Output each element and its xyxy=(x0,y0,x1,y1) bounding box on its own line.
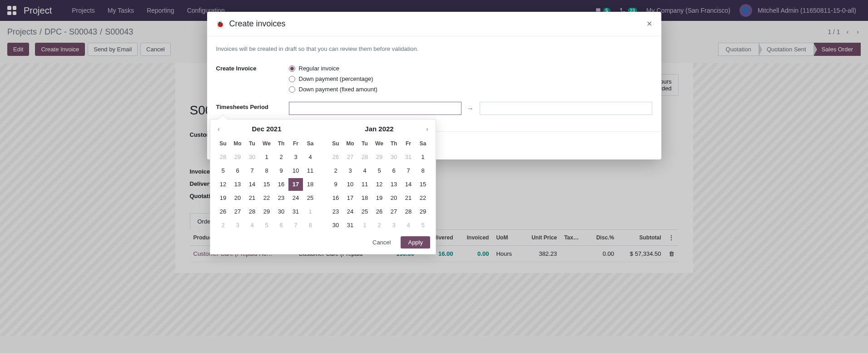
calendar-day[interactable]: 7 xyxy=(245,164,259,177)
calendar-day-other-month[interactable]: 27 xyxy=(343,151,357,164)
calendar-day[interactable]: 11 xyxy=(357,178,372,191)
calendar-day[interactable]: 6 xyxy=(230,164,245,177)
radio-pct-input[interactable] xyxy=(289,76,295,82)
calendar-day[interactable]: 16 xyxy=(328,192,343,204)
calendar-day[interactable]: 9 xyxy=(274,164,288,177)
calendar-day[interactable]: 20 xyxy=(230,192,245,204)
period-from-input[interactable] xyxy=(289,102,461,115)
calendar-day[interactable]: 14 xyxy=(401,178,416,191)
calendar-day[interactable]: 1 xyxy=(259,151,274,164)
calendar-day[interactable]: 18 xyxy=(303,178,317,191)
calendar-day[interactable]: 10 xyxy=(288,164,303,177)
calendar-day-other-month[interactable]: 5 xyxy=(259,219,274,232)
calendar-day-other-month[interactable]: 5 xyxy=(416,219,430,232)
calendar-day[interactable]: 14 xyxy=(245,178,259,191)
calendar-day[interactable]: 17 xyxy=(343,192,357,204)
prev-month-icon[interactable]: ‹ xyxy=(216,124,222,134)
calendar-day-other-month[interactable]: 26 xyxy=(328,151,343,164)
calendar-day[interactable]: 4 xyxy=(303,151,317,164)
calendar-day-other-month[interactable]: 4 xyxy=(401,219,416,232)
calendar-day-other-month[interactable]: 3 xyxy=(230,219,245,232)
calendar-day[interactable]: 29 xyxy=(416,205,430,218)
calendar-day-other-month[interactable]: 2 xyxy=(216,219,230,232)
calendar-day-other-month[interactable]: 1 xyxy=(303,205,317,218)
calendar-day[interactable]: 15 xyxy=(416,178,430,191)
radio-regular-invoice[interactable]: Regular invoice xyxy=(289,63,652,74)
calendar-day[interactable]: 28 xyxy=(401,205,416,218)
calendar-day[interactable]: 10 xyxy=(343,178,357,191)
calendar-day[interactable]: 19 xyxy=(372,192,387,204)
calendar-day[interactable]: 2 xyxy=(328,164,343,177)
calendar-day[interactable]: 12 xyxy=(372,178,387,191)
calendar-day[interactable]: 31 xyxy=(343,219,357,232)
calendar-day[interactable]: 11 xyxy=(303,164,317,177)
calendar-apply-button[interactable]: Apply xyxy=(401,236,430,249)
calendar-day[interactable]: 28 xyxy=(245,205,259,218)
calendar-day[interactable]: 15 xyxy=(259,178,274,191)
calendar-day[interactable]: 13 xyxy=(387,178,401,191)
calendar-day[interactable]: 21 xyxy=(401,192,416,204)
calendar-day[interactable]: 3 xyxy=(343,164,357,177)
calendar-day[interactable]: 26 xyxy=(372,205,387,218)
calendar-day[interactable]: 19 xyxy=(216,192,230,204)
calendar-day[interactable]: 1 xyxy=(416,151,430,164)
bug-icon[interactable]: 🐞 xyxy=(216,20,224,28)
calendar-day[interactable]: 30 xyxy=(328,219,343,232)
calendar-day[interactable]: 4 xyxy=(357,164,372,177)
calendar-day-other-month[interactable]: 28 xyxy=(357,151,372,164)
calendar-day[interactable]: 22 xyxy=(259,192,274,204)
calendar-day[interactable]: 22 xyxy=(416,192,430,204)
calendar-day[interactable]: 3 xyxy=(288,151,303,164)
calendar-day-other-month[interactable]: 7 xyxy=(288,219,303,232)
calendar-day[interactable]: 23 xyxy=(328,205,343,218)
calendar-day[interactable]: 17 xyxy=(288,178,303,191)
calendar-day-other-month[interactable]: 30 xyxy=(387,151,401,164)
calendar-day[interactable]: 8 xyxy=(259,164,274,177)
calendar-day[interactable]: 9 xyxy=(328,178,343,191)
calendar-day-other-month[interactable]: 3 xyxy=(387,219,401,232)
calendar-day[interactable]: 6 xyxy=(387,164,401,177)
period-to-input[interactable] xyxy=(480,102,652,115)
radio-down-payment-fixed[interactable]: Down payment (fixed amount) xyxy=(289,84,652,94)
next-month-icon[interactable]: › xyxy=(424,124,430,134)
calendar-day-other-month[interactable]: 29 xyxy=(230,151,245,164)
calendar-day[interactable]: 12 xyxy=(216,178,230,191)
calendar-day[interactable]: 26 xyxy=(216,205,230,218)
calendar-day[interactable]: 25 xyxy=(303,192,317,204)
month2-title[interactable]: Jan 2022 xyxy=(365,125,393,133)
radio-regular-input[interactable] xyxy=(289,65,295,72)
calendar-day[interactable]: 27 xyxy=(387,205,401,218)
calendar-day-other-month[interactable]: 30 xyxy=(245,151,259,164)
calendar-day[interactable]: 31 xyxy=(288,205,303,218)
calendar-day[interactable]: 29 xyxy=(259,205,274,218)
calendar-day-other-month[interactable]: 4 xyxy=(245,219,259,232)
calendar-day-other-month[interactable]: 8 xyxy=(303,219,317,232)
calendar-day[interactable]: 25 xyxy=(357,205,372,218)
calendar-day-other-month[interactable]: 28 xyxy=(216,151,230,164)
calendar-day[interactable]: 8 xyxy=(416,164,430,177)
calendar-day[interactable]: 16 xyxy=(274,178,288,191)
calendar-day[interactable]: 27 xyxy=(230,205,245,218)
calendar-day[interactable]: 24 xyxy=(288,192,303,204)
month1-title[interactable]: Dec 2021 xyxy=(252,125,281,133)
calendar-day-other-month[interactable]: 29 xyxy=(372,151,387,164)
calendar-day-other-month[interactable]: 6 xyxy=(274,219,288,232)
radio-fixed-input[interactable] xyxy=(289,86,295,93)
calendar-day[interactable]: 21 xyxy=(245,192,259,204)
calendar-day-other-month[interactable]: 2 xyxy=(372,219,387,232)
calendar-day-other-month[interactable]: 31 xyxy=(401,151,416,164)
calendar-day[interactable]: 20 xyxy=(387,192,401,204)
calendar-day[interactable]: 30 xyxy=(274,205,288,218)
calendar-day[interactable]: 18 xyxy=(357,192,372,204)
calendar-day[interactable]: 7 xyxy=(401,164,416,177)
calendar-day[interactable]: 24 xyxy=(343,205,357,218)
radio-down-payment-pct[interactable]: Down payment (percentage) xyxy=(289,74,652,84)
calendar-day[interactable]: 5 xyxy=(216,164,230,177)
calendar-day-other-month[interactable]: 1 xyxy=(357,219,372,232)
calendar-day[interactable]: 2 xyxy=(274,151,288,164)
calendar-day[interactable]: 5 xyxy=(372,164,387,177)
calendar-day[interactable]: 23 xyxy=(274,192,288,204)
calendar-day[interactable]: 13 xyxy=(230,178,245,191)
calendar-cancel-button[interactable]: Cancel xyxy=(367,236,396,249)
close-icon[interactable]: ✕ xyxy=(646,20,652,28)
